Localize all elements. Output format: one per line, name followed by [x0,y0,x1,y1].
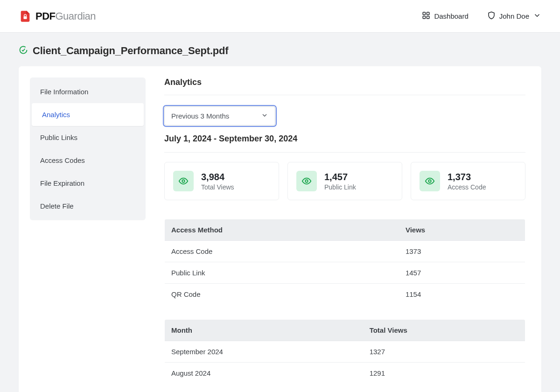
svg-rect-4 [427,16,429,19]
sidebar-item-file-expiration[interactable]: File Expiration [30,172,146,195]
stat-value: 1,457 [324,172,356,182]
nav-dashboard-label: Dashboard [434,12,468,20]
sidebar-item-label: Public Links [40,133,77,141]
table-row: August 2024 1291 [165,363,525,384]
stat-total-views: 3,984 Total Views [164,162,279,200]
brand-logo[interactable]: PDFGuardian [19,10,96,23]
check-circle-icon [19,45,28,56]
file-name-title: Client_Campaign_Performance_Sept.pdf [33,45,228,57]
month-views-table: Month Total Views September 2024 1327 Au… [164,319,525,384]
cell-month: August 2024 [165,363,363,384]
analytics-panel: Analytics Previous 3 Months July 1, 2024… [164,77,530,392]
col-views: Views [399,219,525,241]
col-access-method: Access Method [165,219,399,241]
svg-point-6 [305,180,308,182]
sidebar-item-label: Delete File [40,202,74,210]
side-nav: File Information Analytics Public Links … [30,77,146,220]
svg-rect-2 [427,12,429,14]
cell-views: 1154 [399,284,525,305]
sidebar-item-label: File Information [40,88,88,96]
table-row: September 2024 1327 [165,341,525,363]
app-header: PDFGuardian Dashboard John Doe [0,0,560,33]
stat-label: Total Views [201,183,234,191]
cell-method: QR Code [165,284,399,305]
sidebar-item-access-codes[interactable]: Access Codes [30,149,146,172]
date-range-select[interactable]: Previous 3 Months [164,106,275,126]
stat-value: 1,373 [448,172,486,182]
svg-point-7 [428,180,431,182]
chevron-down-icon [261,112,268,120]
date-range-value: Previous 3 Months [171,112,229,120]
sidebar-item-delete-file[interactable]: Delete File [30,195,146,217]
chevron-down-icon [533,11,541,21]
access-method-table: Access Method Views Access Code 1373 Pub… [164,219,525,305]
user-name: John Doe [499,12,529,20]
grid-icon [422,11,430,21]
cell-views: 1373 [399,241,525,262]
cell-views: 1327 [363,341,525,363]
shield-icon [487,11,496,21]
page-body: Client_Campaign_Performance_Sept.pdf Fil… [0,33,560,392]
sidebar-item-analytics[interactable]: Analytics [32,103,144,126]
analytics-title: Analytics [164,77,525,87]
cell-views: 1291 [363,363,525,384]
svg-rect-1 [423,12,426,14]
brand-text: PDFGuardian [35,10,96,22]
stat-access-code: 1,373 Access Code [411,162,525,200]
svg-rect-0 [24,16,27,19]
cell-views: 1457 [399,262,525,284]
col-total-views: Total Views [363,320,525,341]
sidebar-item-public-links[interactable]: Public Links [30,126,146,149]
eye-icon [296,171,317,191]
table-row: Public Link 1457 [165,262,525,284]
table-header-row: Access Method Views [165,219,525,241]
eye-icon [173,171,194,191]
page-title-row: Client_Campaign_Performance_Sept.pdf [19,45,541,57]
stat-public-link: 1,457 Public Link [287,162,402,200]
stats-row: 3,984 Total Views 1,457 Public Link [164,162,525,200]
user-menu[interactable]: John Doe [487,11,541,21]
stat-label: Access Code [448,183,486,191]
divider [164,152,525,153]
col-month: Month [165,320,363,341]
header-right: Dashboard John Doe [422,11,541,21]
stat-label: Public Link [324,183,356,191]
table-header-row: Month Total Views [165,320,525,341]
nav-dashboard[interactable]: Dashboard [422,11,468,21]
eye-icon [420,171,440,191]
cell-method: Public Link [165,262,399,284]
pdf-lock-icon [19,10,32,23]
sidebar-item-label: File Expiration [40,179,84,187]
content-card: File Information Analytics Public Links … [19,66,541,392]
divider [164,95,525,95]
cell-method: Access Code [165,241,399,262]
table-row: Access Code 1373 [165,241,525,262]
sidebar-item-label: Analytics [42,111,70,119]
svg-rect-3 [423,16,426,19]
sidebar-item-label: Access Codes [40,156,85,164]
cell-month: September 2024 [165,341,363,363]
date-range-display: July 1, 2024 - September 30, 2024 [164,134,525,144]
table-row: QR Code 1154 [165,284,525,305]
stat-value: 3,984 [201,172,234,182]
sidebar-item-file-information[interactable]: File Information [30,80,146,103]
svg-point-5 [182,180,185,182]
